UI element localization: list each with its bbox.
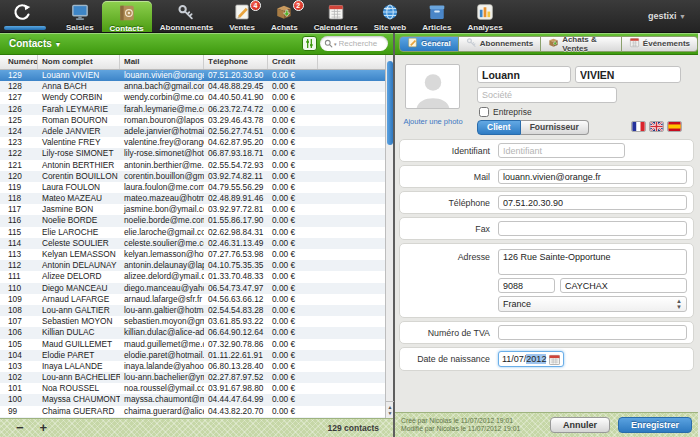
search-options-caret[interactable]: ▾	[334, 41, 337, 47]
table-row[interactable]: 128Anna BACHanna.bach@gmail.com04.48.88.…	[0, 81, 393, 92]
table-row[interactable]: 122Lily-rose SIMONETlily-rose.simonet@ho…	[0, 148, 393, 159]
table-row[interactable]: 112Antonin DELAUNAYantonin.delaunay@lapo…	[0, 260, 393, 271]
table-row[interactable]: 108Lou-ann GALTIERlou-ann.galtier@hotmai…	[0, 305, 393, 316]
filter-button[interactable]	[302, 36, 317, 51]
remove-contact-button[interactable]: −	[16, 420, 24, 436]
save-button[interactable]: Enregistrer	[618, 417, 692, 433]
account-menu[interactable]: gestixi ▼	[648, 11, 686, 21]
search-field[interactable]: ▾	[320, 36, 388, 51]
type-client-button[interactable]: Client	[477, 120, 521, 135]
table-row[interactable]: 118Mateo MAZEAUmateo.mazeau@hotmail.fr02…	[0, 193, 393, 204]
tab-achats[interactable]: Achats & Ventes	[541, 36, 622, 52]
toolbar-item-contacts[interactable]: Contacts	[102, 1, 152, 32]
table-cell: 0.00 €	[268, 260, 318, 271]
scroll-up-icon[interactable]: ▲	[388, 405, 393, 410]
table-cell-filler	[318, 115, 393, 126]
country-select[interactable]: France ▲▼	[498, 296, 687, 312]
column-header[interactable]: Nom complet	[38, 55, 120, 69]
table-row[interactable]: 125Roman BOURONroman.bouron@laposte.fr03…	[0, 115, 393, 126]
toolbar-item-analyses[interactable]: Analyses	[459, 0, 510, 32]
table-row[interactable]: 105Maud GUILLEMETmaud.guillemet@me.com07…	[0, 339, 393, 350]
birthdate-field[interactable]: 11/07/2012	[498, 351, 564, 367]
table-row[interactable]: 129Louann VIVIENlouann.vivien@orange.fr0…	[0, 70, 393, 81]
column-header[interactable]: Téléphone	[204, 55, 268, 69]
table-row[interactable]: 127Wendy CORBINwendy.corbin@me.com04.40.…	[0, 92, 393, 103]
toolbar-item-calendriers[interactable]: Calendriers	[306, 0, 366, 32]
table-row[interactable]: 99Chaima GUERARDchaima.guerard@alice-...…	[0, 406, 393, 417]
table-row[interactable]: 124Adele JANVIERadele.janvier@hotmail.fr…	[0, 126, 393, 137]
sync-logo-icon[interactable]	[12, 3, 32, 21]
table-cell-filler	[318, 81, 393, 92]
toolbar-item-articles[interactable]: Articles	[414, 0, 459, 32]
table-row[interactable]: 102Lou-ann BACHELIERlou-ann.bachelier@ym…	[0, 372, 393, 383]
tab-abonnements[interactable]: Abonnements	[459, 36, 541, 52]
list-scope-menu[interactable]: Contacts ▼	[9, 38, 62, 49]
table-row[interactable]: 113Kelyan LEMASSONkelyan.lemasson@hotm..…	[0, 249, 393, 260]
spain-flag-icon[interactable]	[667, 121, 682, 132]
table-cell: 111	[0, 271, 38, 282]
table-row[interactable]: 110Diego MANCEAUdiego.manceau@yahoo.fr06…	[0, 283, 393, 294]
table-row[interactable]: 100Mayssa CHAUMONTmayssa.chaumont@me...0…	[0, 394, 393, 405]
france-flag-icon[interactable]	[631, 121, 646, 132]
last-name-field[interactable]	[575, 66, 681, 83]
street-field[interactable]: 126 Rue Sainte-Opportune	[498, 249, 687, 275]
table-cell: 0.00 €	[268, 406, 318, 417]
toolbar-item-siteweb[interactable]: Site web	[366, 0, 414, 32]
table-row[interactable]: 106Killian DULACkillian.dulac@alice-adsl…	[0, 327, 393, 338]
column-header[interactable]: Mail	[120, 55, 204, 69]
table-row[interactable]: 116Noelie BORDEnoelie.borde@me.com01.55.…	[0, 215, 393, 226]
zip-field[interactable]	[498, 278, 555, 293]
column-header[interactable]: Numéro	[0, 55, 38, 69]
table-row[interactable]: 117Jasmine BONjasmine.bon@ymail.com03.92…	[0, 204, 393, 215]
add-photo-link[interactable]: Ajouter une photo	[399, 117, 467, 126]
telephone-field[interactable]	[498, 195, 687, 210]
uk-flag-icon[interactable]	[649, 121, 664, 132]
tva-field[interactable]	[498, 325, 687, 340]
tab-general[interactable]: Général	[399, 36, 459, 52]
company-field[interactable]	[477, 87, 617, 103]
table-cell: 0.00 €	[268, 383, 318, 394]
table-row[interactable]: 111Alizee DELORDalizee.delord@ymail.com0…	[0, 271, 393, 282]
table-row[interactable]: 101Noa ROUSSELnoa.roussel@ymail.com03.91…	[0, 383, 393, 394]
table-row[interactable]: 115Elie LAROCHEelie.laroche@gmail.com02.…	[0, 227, 393, 238]
table-scrollbar[interactable]: ▲▼	[385, 55, 393, 418]
table-row[interactable]: 120Corentin BOUILLONcorentin.bouillon@gm…	[0, 171, 393, 182]
photo-placeholder[interactable]	[405, 64, 460, 109]
scrollbar-thumb[interactable]	[387, 61, 393, 145]
table-cell: Laura FOULON	[38, 182, 120, 193]
table-row[interactable]: 103Inaya LALANDEinaya.lalande@yahoo.fr06…	[0, 361, 393, 372]
tab-calendriers[interactable]: Événements	[622, 36, 698, 52]
table-row[interactable]: 114Celeste SOULIERceleste.soulier@me.com…	[0, 238, 393, 249]
first-name-field[interactable]	[477, 66, 571, 83]
city-field[interactable]	[560, 278, 687, 293]
detail-tabs-bar: GénéralAbonnementsAchats & VentesÉvéneme…	[395, 33, 698, 55]
scroll-down-icon[interactable]: ▼	[388, 411, 393, 416]
table-cell: 03.92.97.72.81	[204, 204, 268, 215]
adresse-label: Adresse	[406, 249, 498, 262]
column-header[interactable]: Crédit	[268, 55, 318, 69]
toolbar-item-abonnements[interactable]: Abonnements	[152, 0, 221, 32]
toolbar-item-achats[interactable]: Achats2	[263, 0, 306, 32]
table-row[interactable]: 123Valentine FREYvalentine.frey@orange.f…	[0, 137, 393, 148]
table-cell: 0.00 €	[268, 227, 318, 238]
table-cell-filler	[318, 227, 393, 238]
calendar-icon[interactable]	[549, 354, 560, 365]
add-contact-button[interactable]: +	[40, 420, 48, 436]
table-row[interactable]: 107Sebastien MOYONsebastien.moyon@gmai..…	[0, 316, 393, 327]
cancel-button[interactable]: Annuler	[550, 417, 610, 433]
identifiant-field[interactable]	[498, 143, 625, 158]
table-row[interactable]: 104Elodie PARETelodie.paret@hotmail.fr01…	[0, 350, 393, 361]
table-row[interactable]: 119Laura FOULONlaura.foulon@me.com04.79.…	[0, 182, 393, 193]
enterprise-checkbox[interactable]	[479, 107, 489, 117]
table-row[interactable]: 109Arnaud LAFARGEarnaud.lafarge@sfr.fr04…	[0, 294, 393, 305]
search-input[interactable]	[339, 39, 383, 48]
toolbar-item-saisies[interactable]: Saisies	[58, 0, 102, 32]
type-fournisseur-button[interactable]: Fournisseur	[521, 120, 589, 135]
toolbar-item-ventes[interactable]: Ventes4	[221, 0, 263, 32]
mail-field[interactable]	[498, 169, 687, 184]
table-row[interactable]: 121Antonin BERTHIERantonin.berthier@me.c…	[0, 160, 393, 171]
fax-field[interactable]	[498, 221, 687, 236]
table-cell: 114	[0, 238, 38, 249]
table-row[interactable]: 126Farah LEYMARIEfarah.leymarie@me.com06…	[0, 104, 393, 115]
scrollbar-arrows[interactable]: ▲▼	[386, 401, 394, 418]
